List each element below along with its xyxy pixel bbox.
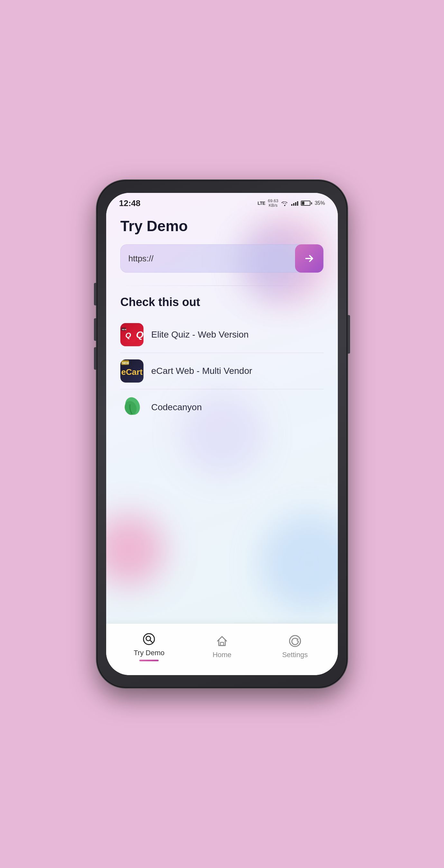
ecart-icon-graphic: NEW eCart: [120, 360, 144, 382]
list-item[interactable]: Codecanyon: [120, 389, 324, 425]
svg-point-10: [144, 633, 154, 645]
ecart-label: eCart Web - Multi Vendor: [151, 366, 252, 376]
search-circle-icon: [143, 633, 155, 646]
status-time: 12:48: [119, 198, 141, 208]
svg-text:eCart: eCart: [121, 367, 143, 377]
status-bar: 12:48 LTE 69.63KB/s: [106, 193, 338, 211]
arrow-right-icon: [303, 253, 315, 264]
network-speed: 69.63KB/s: [268, 199, 278, 208]
home-icon: [215, 634, 229, 648]
nav-item-try-demo[interactable]: Try Demo: [113, 628, 186, 664]
url-go-button[interactable]: [295, 244, 323, 273]
list-item[interactable]: NEW Q Elite Quiz - Web Version: [120, 317, 324, 353]
svg-text:NEW: NEW: [122, 328, 126, 331]
home-nav-icon: [214, 633, 230, 649]
refresh-circle-icon: [289, 634, 301, 648]
svg-line-12: [150, 640, 152, 642]
signal-icon: [291, 200, 298, 206]
wifi-icon: [281, 200, 289, 206]
phone-screen: 12:48 LTE 69.63KB/s: [106, 193, 338, 675]
settings-nav-icon: [287, 633, 303, 649]
screen-main: Try Demo Check this out: [106, 211, 338, 675]
home-nav-label: Home: [213, 651, 232, 659]
page-title: Try Demo: [120, 217, 324, 235]
phone-frame: 12:48 LTE 69.63KB/s: [96, 180, 348, 688]
nav-item-home[interactable]: Home: [186, 630, 259, 662]
nav-item-settings[interactable]: Settings: [258, 630, 331, 662]
elite-quiz-label: Elite Quiz - Web Version: [151, 330, 249, 340]
svg-text:NEW: NEW: [122, 361, 129, 365]
demo-list: NEW Q Elite Quiz - Web Version: [120, 317, 324, 425]
status-icons: LTE 69.63KB/s: [258, 199, 325, 208]
elite-quiz-icon: NEW Q: [120, 323, 144, 346]
svg-text:Q: Q: [125, 331, 131, 339]
elite-quiz-icon-graphic: NEW Q: [120, 323, 136, 346]
try-demo-nav-icon: [141, 631, 157, 647]
codecanyon-icon-graphic: [120, 396, 144, 419]
url-bar[interactable]: [120, 244, 324, 273]
try-demo-nav-label: Try Demo: [134, 649, 165, 657]
settings-nav-label: Settings: [282, 651, 308, 659]
section-title: Check this out: [120, 296, 324, 309]
url-input[interactable]: [128, 254, 295, 264]
content-area: Try Demo Check this out: [106, 211, 338, 675]
battery-percent: 35%: [315, 200, 325, 206]
lte-icon: LTE: [258, 200, 265, 206]
section-divider: [120, 285, 324, 286]
battery-icon: [301, 200, 312, 206]
active-indicator: [139, 660, 158, 661]
ecart-icon: NEW eCart: [120, 360, 144, 382]
bottom-nav: Try Demo Home: [106, 624, 338, 675]
codecanyon-label: Codecanyon: [151, 402, 202, 412]
list-item[interactable]: NEW eCart eCart Web - Multi Vendor: [120, 353, 324, 389]
codecanyon-icon: [120, 396, 144, 419]
